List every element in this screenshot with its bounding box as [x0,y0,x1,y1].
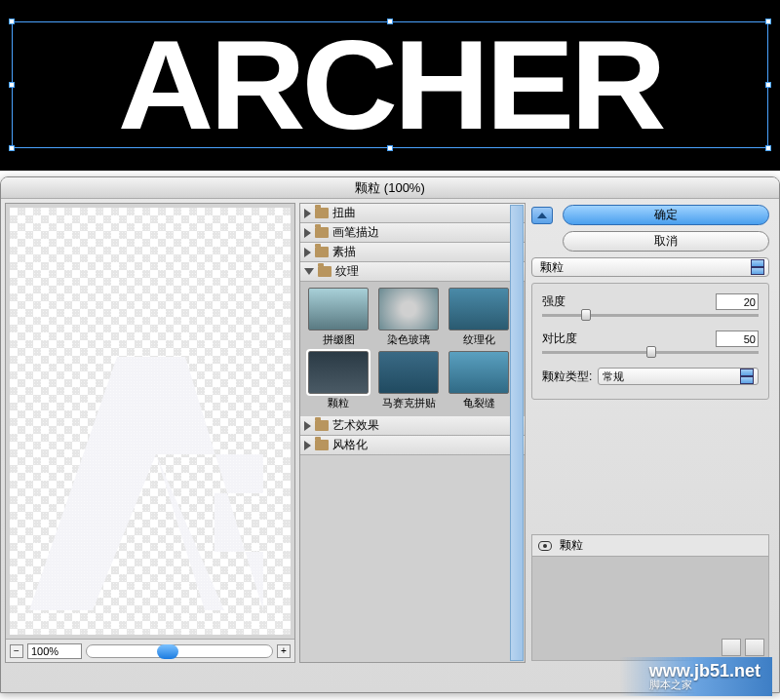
grain-type-row: 颗粒类型: 常规 [542,368,759,385]
stepper-icon [740,369,754,384]
thumb-label: 染色玻璃 [387,333,430,345]
category-label: 纹理 [335,263,359,280]
collapse-toggle-button[interactable] [531,207,553,224]
thumb-image [308,288,369,331]
category-texture[interactable]: 纹理 [300,262,525,282]
stepper-icon [751,259,764,275]
grain-type-value: 常规 [603,369,624,384]
thumb-texturizer[interactable]: 纹理化 [445,288,513,347]
resize-handle-bl[interactable] [9,145,15,151]
thumb-grain[interactable]: 颗粒 [304,351,372,410]
filter-layer-name: 颗粒 [560,537,583,554]
intensity-slider[interactable] [542,314,759,317]
document-canvas[interactable]: ARCHER [0,0,780,171]
contrast-slider[interactable] [542,351,759,354]
category-brush[interactable]: 画笔描边 [300,223,525,243]
folder-icon [315,208,329,218]
resize-handle-mr[interactable] [765,82,771,88]
preview-zoom-controls: − 100% + [6,639,294,662]
thumb-label: 颗粒 [328,397,349,408]
category-sketch[interactable]: 素描 [300,243,525,262]
filter-layers-panel: 颗粒 [531,534,769,661]
preview-pane: − 100% + [5,203,295,663]
category-label: 画笔描边 [332,224,379,241]
scrollbar-vertical[interactable] [510,205,524,661]
filter-list-pane: 扭曲 画笔描边 素描 纹理 拼缀图 染色玻璃 纹理化 颗粒 马赛克拼贴 龟裂缝 … [299,203,526,663]
zoom-in-button[interactable]: + [277,644,291,658]
visibility-eye-icon[interactable] [538,541,552,551]
category-label: 艺术效果 [332,417,379,434]
text-bounding-box[interactable]: ARCHER [12,21,768,148]
disclosure-right-icon [304,421,311,431]
thumb-craquelure[interactable]: 龟裂缝 [445,351,513,410]
intensity-input[interactable] [716,293,759,310]
category-stylize[interactable]: 风格化 [300,436,525,455]
disclosure-right-icon [304,248,311,257]
thumb-label: 马赛克拼贴 [382,397,436,408]
resize-handle-ml[interactable] [9,82,15,88]
ok-button[interactable]: 确定 [563,205,769,225]
delete-filter-layer-button[interactable] [745,639,764,656]
texture-thumbnails: 拼缀图 染色玻璃 纹理化 颗粒 马赛克拼贴 龟裂缝 [300,282,525,416]
filter-preview[interactable] [10,208,291,635]
filter-select-value: 颗粒 [540,259,564,276]
filter-gallery-dialog: 颗粒 (100%) − 100% + 扭曲 画笔描边 [0,176,780,693]
folder-icon [315,440,329,450]
thumb-stained-glass[interactable]: 染色玻璃 [374,288,443,347]
disclosure-right-icon [304,228,311,238]
filter-select[interactable]: 颗粒 [531,257,769,277]
triangle-up-icon [537,213,547,218]
thumb-label: 龟裂缝 [463,397,495,408]
dialog-title: 颗粒 (100%) [1,177,779,199]
contrast-input[interactable] [716,331,759,347]
thumb-label: 拼缀图 [323,333,355,345]
contrast-thumb[interactable] [646,346,656,358]
thumb-patchwork[interactable]: 拼缀图 [304,288,372,347]
thumb-mosaic[interactable]: 马赛克拼贴 [374,351,443,410]
category-label: 扭曲 [332,205,356,221]
new-filter-layer-button[interactable] [722,639,741,656]
zoom-out-button[interactable]: − [10,644,23,658]
grain-overlay [10,208,291,635]
disclosure-right-icon [304,209,311,218]
canvas-text[interactable]: ARCHER [118,12,663,158]
folder-icon [315,420,329,431]
thumb-image-selected [308,351,369,394]
disclosure-down-icon [304,268,314,275]
grain-type-label: 颗粒类型: [542,369,592,385]
resize-handle-tl[interactable] [9,19,15,24]
filter-layer-row[interactable]: 颗粒 [532,535,768,557]
category-label: 风格化 [332,437,368,453]
contrast-label: 对比度 [542,331,577,347]
category-artistic[interactable]: 艺术效果 [300,416,525,436]
contrast-row: 对比度 [542,331,759,354]
category-distort[interactable]: 扭曲 [300,204,525,223]
zoom-slider-track[interactable] [86,644,273,658]
grain-type-select[interactable]: 常规 [598,368,759,385]
filter-options-pane: 确定 取消 颗粒 强度 对比度 [529,203,775,663]
resize-handle-br[interactable] [765,145,771,151]
intensity-thumb[interactable] [581,309,591,321]
thumb-image [378,351,439,394]
zoom-slider-thumb[interactable] [157,644,178,659]
zoom-level[interactable]: 100% [27,643,82,659]
intensity-row: 强度 [542,293,759,317]
thumb-image [448,351,509,394]
folder-icon [315,247,329,257]
filter-parameters: 强度 对比度 颗粒类型: 常规 [531,283,769,400]
cancel-button[interactable]: 取消 [563,231,769,252]
category-label: 素描 [332,244,356,260]
folder-icon [318,266,332,277]
folder-icon [315,227,329,238]
intensity-label: 强度 [542,293,566,310]
thumb-image [378,288,439,331]
resize-handle-tr[interactable] [765,19,771,24]
thumb-image [448,288,509,331]
disclosure-right-icon [304,441,311,450]
watermark: www.jb51.net 脚本之家 [620,657,772,696]
thumb-label: 纹理化 [463,333,495,345]
